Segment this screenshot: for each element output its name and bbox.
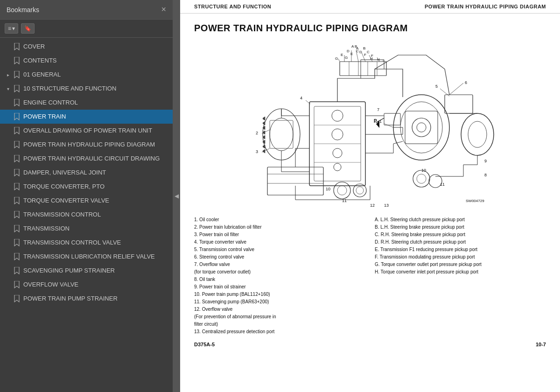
bookmark-label: TRANSMISSION xyxy=(23,225,168,233)
svg-text:10: 10 xyxy=(326,187,330,191)
legend-item: 5. Transmission control valve xyxy=(194,246,365,253)
bookmark-ribbon-icon xyxy=(14,183,21,190)
sidebar-item-transmission-lubrication[interactable]: TRANSMISSION LUBRICATION RELIEF VALVE xyxy=(0,250,173,264)
bookmark-label: CONTENTS xyxy=(23,57,168,65)
bookmark-label: 10 STRUCTURE AND FUNCTION xyxy=(23,85,168,93)
sidebar-item-torque-valve[interactable]: TORQUE CONVERTER VALVE xyxy=(0,194,173,208)
legend-item: F. Transmission modulating pressure pick… xyxy=(375,254,546,260)
sidebar-item-overall-drawing[interactable]: OVERALL DRAWING OF POWER TRAIN UNIT xyxy=(0,124,173,138)
sidebar-item-hydraulic-piping[interactable]: POWER TRAIN HYDRAULIC PIPING DIAGRAM xyxy=(0,138,173,152)
expand-arrow-icon: ▸ xyxy=(5,72,11,77)
svg-text:G: G xyxy=(335,56,338,61)
legend-item: 11. Scavenging pump (BAR63+200) xyxy=(194,299,365,305)
document-body: POWER TRAIN HYDRAULIC PIPING DIAGRAM A B… xyxy=(180,14,560,392)
bookmark-ribbon-icon xyxy=(14,71,21,78)
legend-item: 2. Power train lubrication oil filter xyxy=(194,224,365,231)
bookmark-ribbon-icon xyxy=(14,295,21,302)
diagram-area: A B C D E F G H xyxy=(194,41,546,209)
legend-item: 3. Power train oil filter xyxy=(194,231,365,238)
legend-item: 10. Power train pump (BAL112+160) xyxy=(194,291,365,298)
expand-arrow-icon: ▾ xyxy=(5,86,11,91)
svg-text:12: 12 xyxy=(370,203,375,208)
sidebar-item-transmission-control-valve[interactable]: TRANSMISSION CONTROL VALVE xyxy=(0,236,173,250)
bookmark-ribbon-icon xyxy=(14,113,21,120)
page-title: POWER TRAIN HYDRAULIC PIPING DIAGRAM xyxy=(194,23,546,34)
sidebar-item-transmission[interactable]: TRANSMISSION xyxy=(0,222,173,236)
sidebar-item-01-general[interactable]: ▸ 01 GENERAL xyxy=(0,68,173,82)
svg-text:D: D xyxy=(359,50,362,54)
sidebar-item-transmission-control[interactable]: TRANSMISSION CONTROL xyxy=(0,208,173,222)
svg-text:7: 7 xyxy=(377,107,379,112)
bookmark-label: OVERALL DRAWING OF POWER TRAIN UNIT xyxy=(23,127,168,135)
main-content: STRUCTURE AND FUNCTION POWER TRAIN HYDRA… xyxy=(180,0,560,392)
svg-text:13: 13 xyxy=(384,203,389,208)
bookmark-ribbon-icon xyxy=(14,43,21,50)
bookmark-ribbon-icon xyxy=(14,197,21,204)
bookmark-label: SCAVENGING PUMP STRAINER xyxy=(23,267,168,275)
document-header: STRUCTURE AND FUNCTION POWER TRAIN HYDRA… xyxy=(180,0,560,14)
bookmark-ribbon-icon xyxy=(14,281,21,288)
sidebar-toolbar: ≡ ▾ 🔖 xyxy=(0,20,173,38)
bookmark-label: POWER TRAIN PUMP STRAINER xyxy=(23,295,168,303)
sidebar-item-overflow-valve[interactable]: OVERFLOW VALVE xyxy=(0,278,173,292)
legend-item: H. Torque converter inlet port pressure … xyxy=(375,269,546,275)
bookmark-ribbon-icon xyxy=(14,225,21,232)
svg-text:E: E xyxy=(350,52,353,56)
bookmark-ribbon-icon xyxy=(14,57,21,64)
bookmark-label: COVER xyxy=(23,43,168,51)
svg-text:B: B xyxy=(363,46,365,50)
svg-text:5: 5 xyxy=(435,84,438,89)
hydraulic-diagram: A B C D E F G H xyxy=(239,41,501,209)
sidebar-item-power-train-pump[interactable]: POWER TRAIN PUMP STRAINER xyxy=(0,292,173,306)
legend-item: 6. Steering control valve xyxy=(194,254,365,260)
bookmark-label: 01 GENERAL xyxy=(23,71,168,79)
legend-item: 9. Power train oil strainer xyxy=(194,284,365,290)
diagram-svg: A B C D E F G H xyxy=(239,41,501,209)
document-footer: D375A-5 10-7 xyxy=(194,342,546,347)
svg-text:SW004729: SW004729 xyxy=(466,199,484,203)
sidebar-item-contents[interactable]: CONTENTS xyxy=(0,54,173,68)
bookmark-label: DAMPER, UNIVERSAL JOINT xyxy=(23,169,168,177)
legend-item: 7. Overflow valve xyxy=(194,261,365,268)
svg-text:3: 3 xyxy=(256,149,258,154)
sidebar: Bookmarks × ≡ ▾ 🔖 COVER CONTENTS▸ 01 GEN… xyxy=(0,0,173,392)
legend-item: filter circuit) xyxy=(194,321,365,328)
legend-item: B. L.H. Steering brake pressure pickup p… xyxy=(375,224,546,231)
sidebar-item-10-structure[interactable]: ▾ 10 STRUCTURE AND FUNCTION xyxy=(0,82,173,96)
sidebar-item-hydraulic-circuit[interactable]: POWER TRAIN HYDRAULIC CIRCUIT DRAWING xyxy=(0,152,173,166)
panel-collapse-button[interactable]: ◀ xyxy=(173,0,180,392)
legend-item: 13. Centralized pressure detection port xyxy=(194,329,365,335)
legend-item: 8. Oil tank xyxy=(194,276,365,283)
bookmark-label: POWER TRAIN HYDRAULIC PIPING DIAGRAM xyxy=(23,141,168,149)
model-number: D375A-5 xyxy=(194,342,215,347)
sidebar-title: Bookmarks xyxy=(7,6,39,14)
legend-item: 4. Torque converter valve xyxy=(194,239,365,245)
dropdown-arrow-icon: ▾ xyxy=(12,25,15,32)
bookmark-label: POWER TRAIN xyxy=(23,113,168,121)
bookmark-view-button[interactable]: 🔖 xyxy=(21,23,35,34)
sidebar-item-torque-pto[interactable]: TORQUE CONVERTER, PTO xyxy=(0,180,173,194)
bookmark-icon: 🔖 xyxy=(24,25,31,32)
bookmark-label: TRANSMISSION CONTROL xyxy=(23,211,168,219)
bookmark-label: ENGINE CONTROL xyxy=(23,99,168,107)
bookmark-ribbon-icon xyxy=(14,99,21,106)
legend-item: C. R.H. Steering brake pressure pickup p… xyxy=(375,231,546,238)
sidebar-item-damper[interactable]: DAMPER, UNIVERSAL JOINT xyxy=(0,166,173,180)
svg-text:G: G xyxy=(345,56,348,60)
bookmark-ribbon-icon xyxy=(14,85,21,92)
sidebar-item-cover[interactable]: COVER xyxy=(0,40,173,54)
legend-area: 1. Oil cooler2. Power train lubrication … xyxy=(194,217,546,336)
sidebar-item-scavenging-pump[interactable]: SCAVENGING PUMP STRAINER xyxy=(0,264,173,278)
header-section-label: STRUCTURE AND FUNCTION xyxy=(194,4,271,9)
bookmark-ribbon-icon xyxy=(14,127,21,134)
options-button[interactable]: ≡ ▾ xyxy=(5,23,18,34)
legend-item: G. Torque converter outlet port pressure… xyxy=(375,261,546,268)
svg-text:P: P xyxy=(374,119,377,124)
close-button[interactable]: × xyxy=(161,5,166,14)
sidebar-item-engine-control[interactable]: ENGINE CONTROL xyxy=(0,96,173,110)
bookmark-label: POWER TRAIN HYDRAULIC CIRCUIT DRAWING xyxy=(23,155,168,163)
legend-item: 12. Overflow valve xyxy=(194,306,365,313)
legend-item: (For prevention of abnormal pressure in xyxy=(194,314,365,320)
sidebar-item-power-train[interactable]: POWER TRAIN xyxy=(0,110,173,124)
page-number: 10-7 xyxy=(536,342,546,347)
